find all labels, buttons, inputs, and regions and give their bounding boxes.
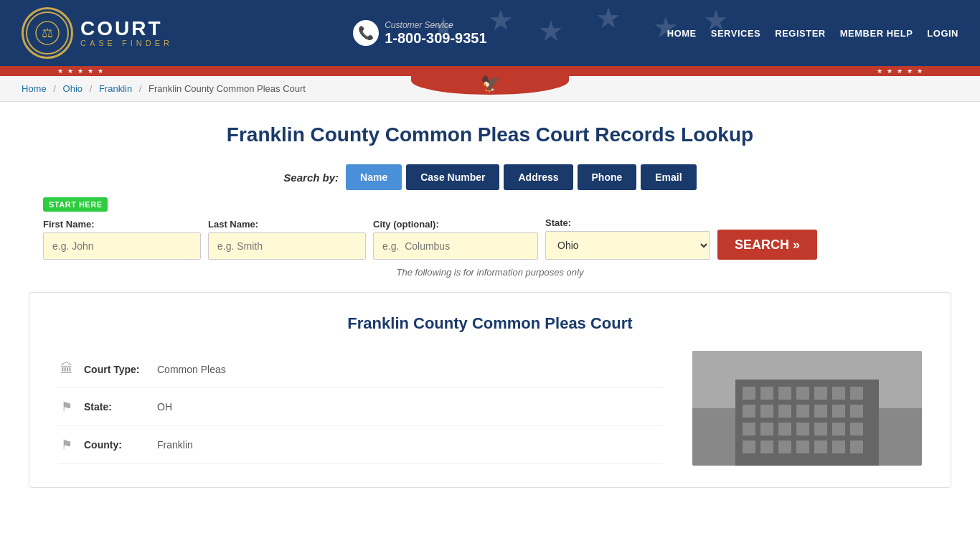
court-details: 🏛 Court Type: Common Pleas ⚑ State: OH ⚑…: [58, 351, 664, 466]
bg-star-4: ★: [538, 14, 564, 47]
svg-rect-20: [760, 423, 773, 435]
logo-court-text: COURT: [80, 19, 173, 39]
state-icon: ⚑: [58, 399, 75, 415]
svg-rect-23: [814, 423, 827, 435]
court-county-value: Franklin: [157, 439, 193, 451]
svg-rect-28: [778, 441, 791, 453]
star-l5: ★: [98, 67, 103, 75]
eagle-icon: 🦅: [481, 75, 500, 93]
svg-rect-18: [850, 405, 863, 418]
phone-area: 📞 Customer Service 1-800-309-9351: [353, 20, 486, 47]
svg-rect-29: [796, 441, 809, 453]
tab-name[interactable]: Name: [346, 164, 402, 190]
court-info-content: 🏛 Court Type: Common Pleas ⚑ State: OH ⚑…: [58, 351, 922, 466]
first-name-input[interactable]: [43, 232, 201, 260]
svg-rect-27: [760, 441, 773, 453]
court-county-label: County:: [84, 439, 149, 451]
court-info-title: Franklin County Common Pleas Court: [58, 314, 922, 333]
search-by-row: Search by: Name Case Number Address Phon…: [29, 164, 951, 190]
last-name-input[interactable]: [208, 232, 366, 260]
court-type-icon: 🏛: [58, 362, 75, 377]
logo-circle: ⚖: [22, 7, 73, 59]
svg-rect-10: [832, 387, 845, 400]
svg-rect-26: [743, 441, 755, 453]
phone-number: 1-800-309-9351: [385, 30, 486, 47]
star-l1: ★: [57, 67, 63, 75]
tab-case-number[interactable]: Case Number: [406, 164, 499, 190]
star-l3: ★: [77, 67, 83, 75]
court-image: [692, 351, 922, 466]
logo-text: COURT CASE FINDER: [80, 19, 173, 47]
court-info-box: Franklin County Common Pleas Court 🏛 Cou…: [29, 292, 951, 488]
svg-rect-14: [778, 405, 791, 418]
nav-login[interactable]: LOGIN: [927, 28, 958, 39]
first-name-label: First Name:: [43, 219, 201, 230]
court-detail-state: ⚑ State: OH: [58, 388, 664, 426]
search-by-label: Search by:: [283, 171, 339, 184]
star-r3: ★: [897, 67, 903, 75]
page-title: Franklin County Common Pleas Court Recor…: [29, 123, 951, 146]
stars-right: ★ ★ ★ ★ ★: [877, 67, 923, 75]
state-group: State: AlabamaAlaskaArizonaArkansasCalif…: [545, 217, 710, 260]
search-form-container: START HERE First Name: Last Name: City (…: [43, 197, 951, 260]
breadcrumb-sep-1: /: [53, 83, 56, 94]
nav-home[interactable]: HOME: [667, 28, 697, 39]
court-type-label: Court Type:: [84, 364, 149, 375]
svg-rect-16: [814, 405, 827, 418]
breadcrumb-sep-2: /: [90, 83, 93, 94]
svg-rect-7: [778, 387, 791, 400]
phone-label: Customer Service: [385, 20, 486, 30]
svg-rect-24: [832, 423, 845, 435]
tab-email[interactable]: Email: [641, 164, 696, 190]
main-nav: HOME SERVICES REGISTER MEMBER HELP LOGIN: [667, 28, 958, 39]
logo-area: ⚖ COURT CASE FINDER: [22, 7, 173, 59]
nav-services[interactable]: SERVICES: [711, 28, 761, 39]
last-name-label: Last Name:: [208, 219, 366, 230]
site-header: ★ ★ ★ ★ ★ ★ ⚖ COURT CASE FINDER 📞 Custom…: [0, 0, 980, 66]
court-detail-type: 🏛 Court Type: Common Pleas: [58, 351, 664, 388]
star-r4: ★: [907, 67, 913, 75]
breadcrumb-franklin[interactable]: Franklin: [99, 83, 132, 94]
state-select[interactable]: AlabamaAlaskaArizonaArkansasCaliforniaCo…: [545, 231, 710, 260]
last-name-group: Last Name:: [208, 219, 366, 260]
breadcrumb-home[interactable]: Home: [22, 83, 47, 94]
svg-rect-32: [850, 441, 863, 453]
stars-left: ★ ★ ★ ★ ★: [57, 67, 103, 75]
bg-star-3: ★: [595, 1, 621, 34]
svg-rect-11: [850, 387, 863, 400]
city-group: City (optional):: [373, 219, 538, 260]
breadcrumb-ohio[interactable]: Ohio: [63, 83, 83, 94]
state-label: State:: [545, 217, 710, 228]
first-name-group: First Name:: [43, 219, 201, 260]
phone-icon: 📞: [353, 20, 379, 46]
star-l4: ★: [88, 67, 93, 75]
star-r5: ★: [917, 67, 923, 75]
court-state-label: State:: [84, 401, 149, 413]
breadcrumb-sep-3: /: [139, 83, 142, 94]
city-label: City (optional):: [373, 219, 538, 230]
svg-rect-12: [743, 405, 755, 418]
svg-rect-13: [760, 405, 773, 418]
svg-rect-31: [832, 441, 845, 453]
star-r1: ★: [877, 67, 882, 75]
logo-tagline: CASE FINDER: [80, 39, 173, 47]
star-r2: ★: [887, 67, 892, 75]
nav-register[interactable]: REGISTER: [775, 28, 825, 39]
svg-text:⚖: ⚖: [42, 26, 53, 40]
breadcrumb-current: Franklin County Common Pleas Court: [149, 83, 306, 94]
bg-star-5: ★: [488, 4, 514, 37]
tab-phone[interactable]: Phone: [578, 164, 637, 190]
star-l2: ★: [67, 67, 73, 75]
svg-rect-17: [832, 405, 845, 418]
eagle-emblem-container: 🦅: [411, 66, 569, 95]
city-input[interactable]: [373, 232, 538, 260]
svg-rect-6: [760, 387, 773, 400]
tab-address[interactable]: Address: [504, 164, 573, 190]
search-button[interactable]: SEARCH »: [717, 230, 817, 260]
svg-rect-30: [814, 441, 827, 453]
nav-member-help[interactable]: MEMBER HELP: [840, 28, 913, 39]
wave-bar: ★ ★ ★ ★ ★ 🦅 ★ ★ ★ ★ ★: [0, 66, 980, 76]
svg-rect-19: [743, 423, 755, 435]
svg-rect-5: [743, 387, 755, 400]
svg-rect-8: [796, 387, 809, 400]
